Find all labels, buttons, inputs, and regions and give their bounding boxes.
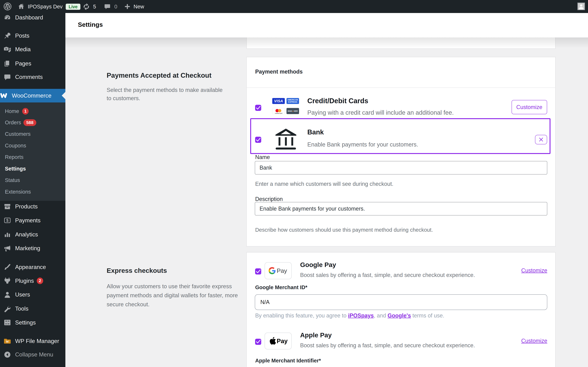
svg-text:Pay: Pay <box>277 267 287 274</box>
svg-text:Pay: Pay <box>277 338 288 344</box>
svg-text:$: $ <box>6 218 9 223</box>
svg-text:W: W <box>6 340 9 343</box>
